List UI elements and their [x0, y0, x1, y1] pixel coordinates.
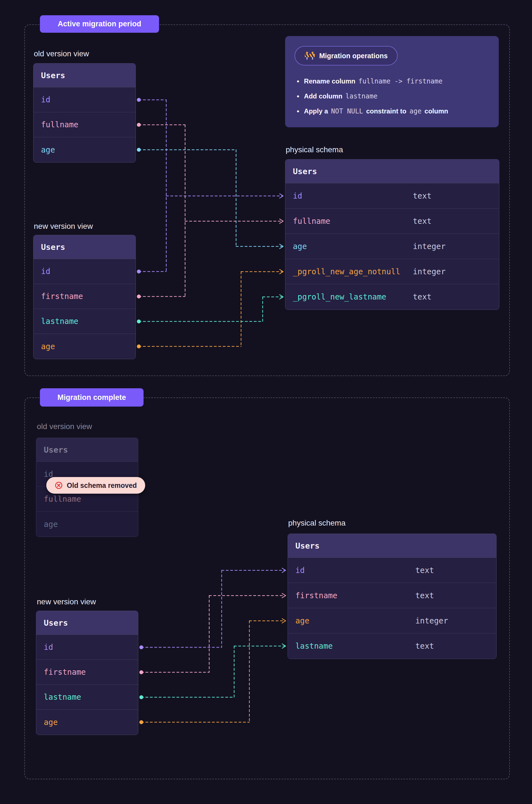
table-rows: id text fullname text age integer _pgrol… [285, 183, 499, 310]
column-name: id [41, 95, 51, 104]
table-row: id [34, 259, 135, 284]
column-name: lastname [44, 693, 81, 702]
badge-active-migration-period: Active migration period [40, 15, 159, 33]
construction-barrier-icon [305, 51, 315, 60]
table-row: firstname text [288, 583, 496, 608]
new-version-view-label-2: new version view [37, 597, 96, 606]
column-name: id [296, 566, 305, 575]
column-name: firstname [44, 668, 86, 677]
column-name: firstname [296, 591, 338, 600]
badge-migration-complete: Migration complete [40, 388, 144, 406]
column-type: integer [415, 616, 448, 625]
physical-schema-label-2: physical schema [288, 518, 345, 528]
table-row: firstname [34, 284, 135, 309]
table-title: Users [285, 160, 499, 183]
table-title: Users [34, 235, 135, 259]
operation-item: Rename columnfullname -> firstname [297, 74, 491, 89]
physical-schema-label-1: physical schema [286, 145, 343, 154]
column-name: fullname [41, 120, 78, 129]
new-version-view-table-1: Users id firstname lastname age [33, 235, 136, 359]
table-row: age [34, 137, 135, 162]
table-title: Users [288, 534, 496, 558]
column-name: age [41, 145, 55, 154]
table-rows: id fullname age [34, 87, 135, 162]
column-name: age [293, 242, 307, 251]
table-row: age integer [285, 234, 499, 259]
table-row: age integer [288, 608, 496, 634]
column-name: age [41, 342, 55, 351]
old-version-view-label-1: old version view [34, 49, 89, 58]
column-name: _pgroll_new_age_notnull [293, 267, 400, 276]
old-schema-removed-text: Old schema removed [67, 481, 137, 490]
column-type: text [413, 292, 432, 302]
column-type: text [413, 217, 432, 226]
physical-schema-table-2: Users id text firstname text age integer… [288, 534, 496, 659]
column-name: id [293, 191, 302, 201]
column-name: fullname [293, 217, 330, 226]
table-row: age [36, 710, 138, 735]
table-rows: id text firstname text age integer lastn… [288, 558, 496, 659]
table-row: fullname [34, 112, 135, 137]
table-row: age [34, 334, 135, 359]
table-title: Users [36, 438, 138, 462]
column-type: text [415, 591, 434, 600]
old-version-view-label-2: old version view [37, 422, 92, 431]
physical-schema-table-1: Users id text fullname text age integer … [285, 159, 499, 310]
column-name: _pgroll_new_lastname [293, 292, 386, 302]
column-name: age [296, 616, 309, 625]
table-row: lastname [36, 685, 138, 710]
table-row: _pgroll_new_lastname text [285, 284, 499, 310]
new-version-view-label-1: new version view [34, 222, 93, 231]
circle-x-icon [55, 481, 63, 490]
column-name: fullname [44, 494, 81, 504]
migration-operations-panel: Migration operations Rename columnfullna… [285, 36, 499, 127]
table-row: fullname text [285, 208, 499, 234]
column-name: age [44, 718, 58, 727]
new-version-view-table-2: Users id firstname lastname age [36, 611, 138, 735]
column-name: lastname [296, 641, 333, 651]
column-name: firstname [41, 292, 83, 301]
table-rows: id firstname lastname age [36, 635, 138, 735]
column-name: id [44, 643, 53, 652]
migration-diagram: Active migration period old version view… [0, 0, 532, 804]
column-name: lastname [41, 317, 78, 326]
column-type: integer [413, 242, 445, 251]
column-type: integer [413, 267, 445, 276]
operation-item: Add columnlastname [297, 89, 491, 104]
table-row: id text [288, 558, 496, 583]
table-row: firstname [36, 660, 138, 685]
operations-list: Rename columnfullname -> firstnameAdd co… [297, 74, 491, 119]
old-version-view-table-1: Users id fullname age [33, 63, 136, 163]
migration-operations-pill: Migration operations [294, 46, 398, 66]
old-schema-removed-badge: Old schema removed [46, 477, 145, 494]
table-row: id [34, 87, 135, 112]
table-row: id text [285, 183, 499, 208]
migration-operations-title: Migration operations [319, 52, 388, 60]
table-rows: id firstname lastname age [34, 259, 135, 359]
operation-item: Apply aNOT NULLconstraint toagecolumn [297, 104, 491, 119]
table-row: id [36, 635, 138, 660]
column-type: text [415, 566, 434, 575]
table-rows: id fullname age [36, 462, 138, 537]
table-row: lastname text [288, 634, 496, 659]
table-title: Users [34, 63, 135, 87]
column-type: text [415, 641, 434, 651]
table-row: age [36, 512, 138, 537]
table-title: Users [36, 611, 138, 635]
column-name: age [44, 520, 58, 529]
table-row: _pgroll_new_age_notnull integer [285, 259, 499, 284]
column-name: id [41, 267, 51, 276]
column-type: text [413, 191, 432, 201]
table-row: lastname [34, 309, 135, 334]
